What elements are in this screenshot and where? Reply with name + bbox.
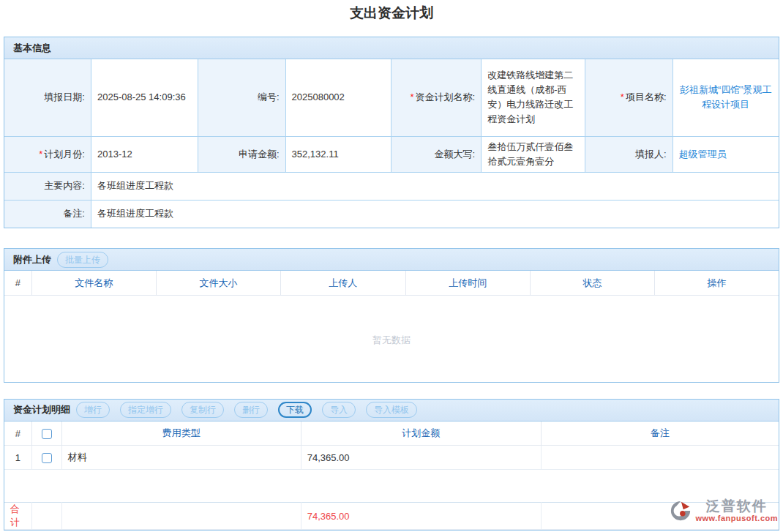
field-value-plan-name: 改建铁路线增建第二线直通线（成都-西安）电力线路迁改工程资金计划 bbox=[482, 59, 585, 136]
total-planned-amount: 74,365.00 bbox=[301, 503, 541, 530]
select-all-checkbox[interactable] bbox=[42, 429, 52, 439]
empty-placeholder: 暂无数据 bbox=[4, 296, 779, 382]
field-label-number: 编号: bbox=[198, 59, 285, 136]
vendor-logo: 泛普软件 www.fanpusoft.com bbox=[670, 499, 778, 522]
logo-url[interactable]: www.fanpusoft.com bbox=[695, 514, 778, 522]
attachments-panel: 附件上传 批量上传 # 文件名称 文件大小 上传人 上传时间 状态 操作 暂无数… bbox=[4, 248, 779, 383]
import-template-button[interactable]: 导入模板 bbox=[366, 402, 417, 418]
detail-row: 1 材料 74,365.00 bbox=[4, 446, 779, 470]
field-value-amount-words: 叁拾伍万贰仟壹佰叁拾贰元壹角壹分 bbox=[482, 136, 585, 172]
attachments-header: 附件上传 批量上传 bbox=[4, 249, 779, 271]
bulk-upload-button[interactable]: 批量上传 bbox=[57, 252, 108, 268]
detail-col-select bbox=[31, 422, 61, 446]
attachments-col-hash: # bbox=[4, 271, 31, 295]
required-marker: * bbox=[39, 149, 42, 160]
row-checkbox[interactable] bbox=[42, 453, 52, 463]
detail-col-hash: # bbox=[4, 422, 31, 446]
add-row-button[interactable]: 增行 bbox=[76, 402, 110, 418]
insert-row-button[interactable]: 指定增行 bbox=[120, 402, 171, 418]
attachments-col-uploader: 上传人 bbox=[281, 271, 405, 295]
copy-row-button[interactable]: 复制行 bbox=[181, 402, 224, 418]
required-marker: * bbox=[621, 91, 624, 102]
field-label-main-content: 主要内容: bbox=[4, 172, 91, 200]
spacer-row bbox=[4, 470, 779, 503]
basic-info-title: 基本信息 bbox=[13, 42, 51, 55]
row-index: 1 bbox=[4, 446, 31, 470]
basic-info-panel: 基本信息 填报日期: 2025-08-25 14:09:36 编号: 20250… bbox=[4, 37, 779, 228]
field-label-project-name: *项目名称: bbox=[585, 59, 673, 136]
detail-panel: 资金计划明细 增行 指定增行 复制行 删行 下载 导入 导入模板 # 费用类型 … bbox=[4, 399, 779, 531]
detail-table: # 费用类型 计划金额 备注 1 材料 74,365.00 合计 74,365.… bbox=[4, 422, 779, 531]
field-value-main-content: 各班组进度工程款 bbox=[91, 172, 779, 200]
field-label-plan-name: *资金计划名称: bbox=[392, 59, 482, 136]
field-value-filler: 超级管理员 bbox=[673, 136, 779, 172]
field-value-plan-month: 2013-12 bbox=[91, 136, 198, 172]
total-label: 合计 bbox=[4, 503, 31, 530]
total-empty-fee-type bbox=[61, 503, 301, 530]
attachments-col-actions: 操作 bbox=[655, 271, 779, 295]
row-select-cell bbox=[31, 446, 61, 470]
basic-info-table: 填报日期: 2025-08-25 14:09:36 编号: 2025080002… bbox=[4, 59, 779, 228]
total-empty-select bbox=[31, 503, 61, 530]
page-title: 支出资金计划 bbox=[0, 0, 783, 37]
row-remark bbox=[541, 446, 779, 470]
filler-link[interactable]: 超级管理员 bbox=[679, 149, 727, 160]
field-value-number: 2025080002 bbox=[285, 59, 392, 136]
import-button[interactable]: 导入 bbox=[322, 402, 356, 418]
logo-text: 泛普软件 www.fanpusoft.com bbox=[695, 499, 778, 522]
field-value-apply-amount: 352,132.11 bbox=[285, 136, 392, 172]
field-label-apply-amount: 申请金额: bbox=[198, 136, 285, 172]
project-name-link[interactable]: 彭祖新城“四馆”景观工程设计项目 bbox=[680, 84, 772, 110]
detail-col-planned-amount: 计划金额 bbox=[301, 422, 541, 446]
attachments-col-status: 状态 bbox=[530, 271, 654, 295]
detail-title: 资金计划明细 bbox=[13, 403, 70, 416]
field-value-fill-date: 2025-08-25 14:09:36 bbox=[91, 59, 198, 136]
detail-col-remark: 备注 bbox=[541, 422, 779, 446]
attachments-col-file-size: 文件大小 bbox=[156, 271, 280, 295]
detail-col-fee-type: 费用类型 bbox=[61, 422, 301, 446]
fanpu-logo-icon bbox=[670, 500, 692, 522]
row-planned-amount: 74,365.00 bbox=[301, 446, 541, 470]
basic-info-header: 基本信息 bbox=[4, 37, 779, 59]
detail-header: 资金计划明细 增行 指定增行 复制行 删行 下载 导入 导入模板 bbox=[4, 400, 779, 422]
field-value-project-name: 彭祖新城“四馆”景观工程设计项目 bbox=[673, 59, 779, 136]
attachments-col-upload-time: 上传时间 bbox=[405, 271, 530, 295]
required-marker: * bbox=[411, 91, 414, 102]
delete-row-button[interactable]: 删行 bbox=[234, 402, 268, 418]
attachments-col-file-name: 文件名称 bbox=[31, 271, 156, 295]
field-label-remark: 备注: bbox=[4, 200, 91, 228]
row-fee-type: 材料 bbox=[61, 446, 301, 470]
field-label-plan-month: *计划月份: bbox=[4, 136, 91, 172]
field-label-filler: 填报人: bbox=[585, 136, 673, 172]
field-label-amount-words: 金额大写: bbox=[392, 136, 482, 172]
logo-name: 泛普软件 bbox=[695, 499, 778, 514]
attachments-title: 附件上传 bbox=[13, 253, 51, 266]
download-button[interactable]: 下载 bbox=[278, 402, 312, 418]
field-label-fill-date: 填报日期: bbox=[4, 59, 91, 136]
attachments-table: # 文件名称 文件大小 上传人 上传时间 状态 操作 bbox=[4, 271, 779, 296]
total-row: 合计 74,365.00 bbox=[4, 503, 779, 530]
field-value-remark: 各班组进度工程款 bbox=[91, 200, 779, 228]
